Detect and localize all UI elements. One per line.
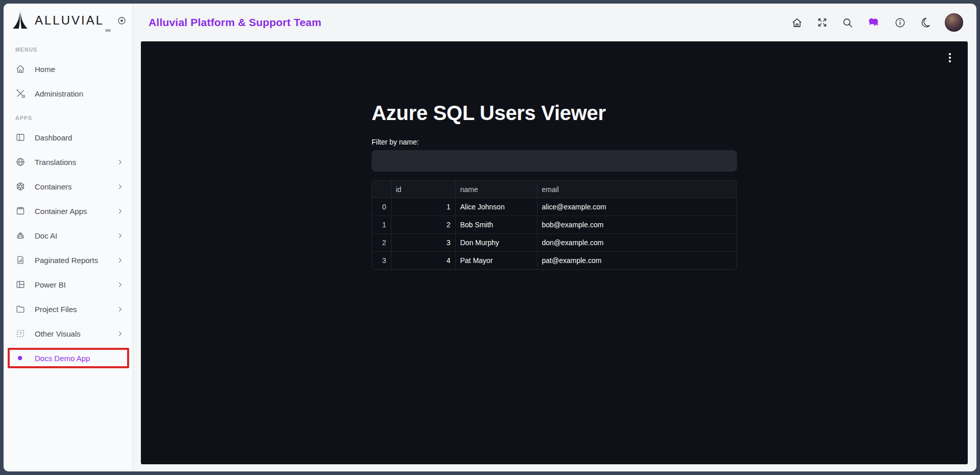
sidebar-item-label: Administration (35, 89, 83, 98)
table-cell-name[interactable]: Alice Johnson (455, 198, 537, 216)
notifications-icon (867, 17, 880, 29)
brand-name: ALLUVIAL (35, 13, 104, 28)
sidebar-item-container-apps[interactable]: Container Apps (4, 199, 133, 223)
table-cell-id[interactable]: 1 (391, 198, 455, 216)
sidebar-nav: MENUSHomeAdministrationAPPSDashboardTran… (4, 37, 133, 368)
sidebar-collapse-toggle[interactable] (117, 16, 127, 26)
table-cell-name[interactable]: Don Murphy (455, 234, 537, 252)
column-header-name[interactable]: name (455, 181, 537, 198)
info-button[interactable] (894, 17, 906, 29)
package-icon (15, 206, 26, 216)
expand-button[interactable] (817, 17, 828, 28)
sidebar: ALLUVIAL SM MENUSHomeAdministrationAPPSD… (4, 4, 133, 471)
users-table: idnameemail 01Alice Johnsonalice@example… (372, 180, 737, 270)
chevron-right-icon (117, 232, 124, 239)
filter-label: Filter by name: (372, 138, 737, 147)
chevron-right-icon (117, 330, 124, 337)
column-header-index[interactable] (372, 181, 391, 198)
sidebar-item-label: Container Apps (35, 207, 87, 216)
app-title: Azure SQL Users Viewer (372, 103, 737, 123)
home-icon (15, 64, 26, 74)
sidebar-item-label: Home (35, 65, 55, 74)
containers-icon (15, 181, 26, 192)
sidebar-item-docs-demo-app[interactable]: Docs Demo App (8, 348, 129, 368)
filter-by-name-input[interactable] (372, 150, 737, 172)
home-icon (791, 17, 803, 29)
table-row: 23Don Murphydon@example.com (372, 234, 737, 252)
topbar: Alluvial Platform & Support Team (133, 4, 976, 41)
chevron-right-icon (117, 306, 124, 313)
info-icon (894, 17, 906, 29)
app-content-column: Azure SQL Users Viewer Filter by name: i… (372, 41, 737, 270)
search-icon (842, 17, 853, 29)
table-row: 01Alice Johnsonalice@example.com (372, 198, 737, 216)
section-label-menus: MENUS (4, 37, 133, 57)
table-row: 12Bob Smithbob@example.com (372, 216, 737, 234)
chevron-right-icon (117, 257, 124, 264)
unknown-visual-icon: ? (15, 328, 26, 339)
section-label-apps: APPS (4, 106, 133, 125)
home-button[interactable] (791, 17, 803, 29)
dark-mode-icon (920, 17, 931, 28)
dashboard-icon (15, 132, 26, 142)
chevron-right-icon (117, 183, 124, 190)
app-window: ALLUVIAL SM MENUSHomeAdministrationAPPSD… (4, 4, 976, 471)
table-cell-index[interactable]: 1 (372, 216, 391, 234)
table-cell-id[interactable]: 2 (391, 216, 455, 234)
column-header-email[interactable]: email (537, 181, 737, 198)
sidebar-item-dashboard[interactable]: Dashboard (4, 125, 133, 150)
sidebar-item-label: Project Files (35, 305, 77, 314)
chevron-right-icon (117, 281, 124, 288)
main-area: Alluvial Platform & Support Team Azure S… (133, 4, 976, 471)
sidebar-item-administration[interactable]: Administration (4, 81, 133, 106)
alluvial-logo-icon (12, 10, 29, 31)
dark-mode-button[interactable] (920, 17, 931, 28)
table-cell-name[interactable]: Pat Mayor (455, 252, 537, 270)
table-cell-email[interactable]: bob@example.com (537, 216, 737, 234)
page-title: Alluvial Platform & Support Team (149, 16, 322, 29)
sidebar-item-other-visuals[interactable]: ?Other Visuals (4, 321, 133, 346)
sidebar-item-label: Paginated Reports (35, 256, 98, 265)
column-header-id[interactable]: id (391, 181, 455, 198)
sidebar-item-home[interactable]: Home (4, 57, 133, 81)
folder-icon (15, 304, 26, 314)
admin-tools-icon (15, 88, 26, 99)
expand-icon (817, 17, 828, 28)
sidebar-item-label: Doc AI (35, 231, 57, 240)
sidebar-item-paginated-reports[interactable]: Paginated Reports (4, 248, 133, 272)
chevron-right-icon (117, 159, 124, 165)
content-region: Azure SQL Users Viewer Filter by name: i… (133, 41, 976, 471)
table-cell-id[interactable]: 4 (391, 252, 455, 270)
globe-icon (15, 157, 26, 167)
sidebar-item-power-bi[interactable]: Power BI (4, 272, 133, 297)
search-button[interactable] (842, 17, 853, 29)
robot-icon (15, 230, 26, 241)
notifications-button[interactable] (867, 17, 880, 29)
table-cell-email[interactable]: alice@example.com (537, 198, 737, 216)
sidebar-logo-row: ALLUVIAL SM (4, 4, 133, 37)
sidebar-item-doc-ai[interactable]: Doc AI (4, 223, 133, 248)
sidebar-item-label: Other Visuals (35, 329, 81, 338)
table-cell-index[interactable]: 2 (372, 234, 391, 252)
app-menu-button[interactable] (947, 52, 952, 64)
table-row: 34Pat Mayorpat@example.com (372, 252, 737, 270)
table-cell-email[interactable]: don@example.com (537, 234, 737, 252)
avatar-image (945, 13, 963, 32)
sidebar-item-translations[interactable]: Translations (4, 150, 133, 174)
table-cell-email[interactable]: pat@example.com (537, 252, 737, 270)
embedded-app-panel: Azure SQL Users Viewer Filter by name: i… (141, 41, 968, 464)
powerbi-icon (15, 279, 26, 290)
chevron-right-icon (117, 208, 124, 215)
sidebar-item-project-files[interactable]: Project Files (4, 297, 133, 321)
sidebar-item-label: Translations (35, 158, 76, 167)
table-header-row: idnameemail (372, 181, 737, 198)
table-cell-id[interactable]: 3 (391, 234, 455, 252)
sidebar-item-label: Containers (35, 182, 72, 191)
topbar-actions (791, 13, 963, 32)
table-cell-index[interactable]: 0 (372, 198, 391, 216)
sidebar-item-label: Power BI (35, 280, 66, 289)
user-avatar[interactable] (945, 13, 963, 32)
table-cell-index[interactable]: 3 (372, 252, 391, 270)
sidebar-item-containers[interactable]: Containers (4, 174, 133, 199)
table-cell-name[interactable]: Bob Smith (455, 216, 537, 234)
